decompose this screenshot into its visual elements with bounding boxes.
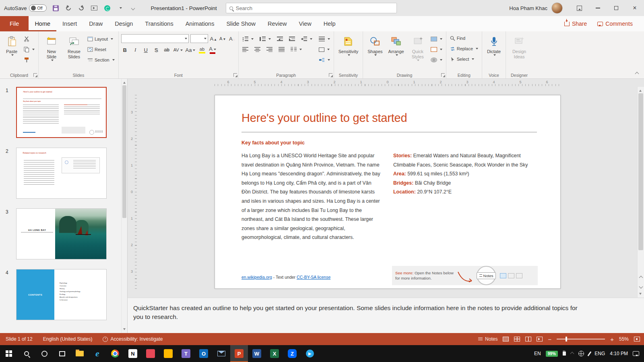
slide-subtitle[interactable]: Key facts about your topic bbox=[242, 140, 305, 146]
tab-help[interactable]: Help bbox=[318, 16, 342, 31]
strikethrough-button[interactable]: ab bbox=[163, 45, 171, 54]
word-button[interactable]: W bbox=[248, 345, 266, 362]
align-left-button[interactable] bbox=[241, 45, 250, 53]
font-size-combobox[interactable] bbox=[190, 34, 208, 43]
wikipedia-link[interactable]: en.wikipedia.org bbox=[242, 275, 272, 280]
fit-slide-to-window-button[interactable] bbox=[634, 337, 640, 341]
shrink-font-button[interactable]: A▼ bbox=[219, 34, 227, 43]
collapse-ribbon-button[interactable] bbox=[635, 72, 639, 76]
copy-button[interactable] bbox=[23, 45, 36, 53]
thumbnail-scrollbar[interactable] bbox=[121, 79, 127, 333]
power-plug-icon[interactable] bbox=[563, 352, 566, 356]
decrease-indent-button[interactable] bbox=[276, 35, 284, 43]
notification-center-icon[interactable] bbox=[633, 351, 639, 356]
clear-formatting-button[interactable]: A◌ bbox=[228, 34, 236, 43]
text-highlight-button[interactable]: ab bbox=[198, 45, 206, 54]
scroll-down-icon[interactable] bbox=[123, 328, 126, 331]
sensitivity-button[interactable]: Sensitivity bbox=[336, 33, 361, 58]
user-name[interactable]: Hoa Pham Khac bbox=[509, 5, 547, 11]
scrollbar-thumb[interactable] bbox=[122, 85, 126, 218]
new-slide-button[interactable]: New Slide bbox=[41, 33, 62, 63]
edge-button[interactable]: e bbox=[89, 345, 106, 362]
slide-thumbnail-2[interactable]: Related topics to research bbox=[16, 148, 107, 199]
mail-button[interactable] bbox=[213, 345, 230, 362]
numbering-button[interactable] bbox=[258, 35, 272, 43]
shapes-button[interactable]: Shapes bbox=[365, 33, 384, 58]
minimize-button[interactable] bbox=[588, 0, 607, 16]
replace-button[interactable]: Replace bbox=[449, 45, 479, 53]
paragraph-dialog-launcher[interactable] bbox=[329, 73, 332, 77]
select-button[interactable]: Select bbox=[449, 55, 479, 63]
italic-button[interactable]: I bbox=[132, 45, 139, 54]
scroll-down-icon[interactable] bbox=[639, 293, 642, 296]
clipboard-dialog-launcher[interactable] bbox=[33, 73, 37, 77]
scrollbar-thumb[interactable] bbox=[638, 93, 643, 250]
find-button[interactable]: Find bbox=[449, 34, 479, 42]
text-direction-button[interactable] bbox=[318, 35, 331, 43]
drawing-dialog-launcher[interactable] bbox=[441, 73, 445, 77]
search-box[interactable] bbox=[226, 3, 397, 13]
slide-sorter-view-button[interactable] bbox=[514, 337, 520, 341]
notes-pane[interactable]: QuickStarter has created an outline to h… bbox=[128, 298, 644, 333]
notes-text[interactable]: QuickStarter has created an outline to h… bbox=[133, 304, 588, 321]
file-explorer-button[interactable] bbox=[71, 345, 89, 362]
comments-button[interactable]: Comments bbox=[597, 21, 633, 27]
save-button[interactable] bbox=[52, 4, 60, 12]
bullets-button[interactable] bbox=[241, 35, 255, 43]
powerpoint-button[interactable]: P bbox=[230, 345, 248, 362]
zoom-slider[interactable] bbox=[557, 339, 605, 339]
reading-view-button[interactable] bbox=[525, 337, 531, 341]
tab-file[interactable]: File bbox=[0, 16, 29, 31]
normal-view-button[interactable] bbox=[503, 337, 509, 341]
reuse-slides-button[interactable]: Reuse Slides bbox=[64, 33, 85, 61]
change-case-button[interactable]: Aa bbox=[186, 45, 196, 54]
grow-font-button[interactable]: A▲ bbox=[210, 34, 217, 43]
ime-indicator[interactable]: EN bbox=[534, 351, 541, 356]
previous-slide-button[interactable] bbox=[638, 274, 643, 281]
paste-button[interactable]: Paste bbox=[2, 33, 21, 58]
tab-insert[interactable]: Insert bbox=[56, 16, 83, 31]
tab-design[interactable]: Design bbox=[109, 16, 139, 31]
slide-thumbnail-1[interactable]: Here's your outline to get started Key f… bbox=[16, 87, 107, 138]
search-input[interactable] bbox=[236, 5, 393, 11]
chrome-button[interactable] bbox=[106, 345, 124, 362]
avatar[interactable] bbox=[551, 2, 563, 14]
accessibility-checker[interactable]: Accessibility: Investigate bbox=[103, 336, 163, 342]
slide-counter[interactable]: Slide 1 of 12 bbox=[6, 336, 33, 342]
columns-button[interactable] bbox=[289, 45, 303, 53]
justify-button[interactable] bbox=[277, 45, 286, 53]
pink-app-button[interactable] bbox=[142, 345, 159, 362]
pen-icon[interactable] bbox=[587, 351, 591, 356]
scroll-up-icon[interactable] bbox=[639, 88, 642, 92]
grammarly-button[interactable] bbox=[103, 4, 111, 12]
layout-button[interactable]: Layout bbox=[86, 35, 116, 43]
slideshow-view-button[interactable] bbox=[537, 337, 543, 341]
cortana-button[interactable] bbox=[35, 345, 53, 362]
tab-slide-show[interactable]: Slide Show bbox=[220, 16, 262, 31]
next-slide-button[interactable] bbox=[638, 282, 643, 290]
quick-access-dropdown[interactable] bbox=[116, 4, 124, 12]
increase-indent-button[interactable] bbox=[288, 35, 296, 43]
clock[interactable]: 4:10 PM bbox=[610, 351, 628, 356]
design-ideas-button[interactable]: Design Ideas bbox=[508, 33, 530, 61]
underline-button[interactable]: U bbox=[142, 45, 150, 54]
outlook-button[interactable]: O bbox=[195, 345, 213, 362]
reset-button[interactable]: Reset bbox=[86, 45, 116, 53]
shape-effects-button[interactable] bbox=[429, 56, 444, 64]
ribbon-display-options-button[interactable] bbox=[570, 0, 588, 16]
autosave-toggle[interactable]: AutoSave Off bbox=[4, 4, 47, 12]
yellow-app-button[interactable] bbox=[159, 345, 177, 362]
autosave-pill[interactable]: Off bbox=[29, 4, 47, 12]
align-right-button[interactable] bbox=[265, 45, 274, 53]
shape-outline-button[interactable] bbox=[429, 45, 444, 53]
slide-facts[interactable]: Stories: Emerald Waters and Natural Beau… bbox=[393, 151, 530, 197]
language-indicator[interactable]: ENG bbox=[594, 351, 605, 356]
zalo-button[interactable]: Z bbox=[283, 345, 301, 362]
section-button[interactable]: Section bbox=[86, 56, 116, 64]
cut-button[interactable] bbox=[23, 35, 36, 43]
scroll-up-icon[interactable] bbox=[123, 80, 126, 84]
text-shadow-button[interactable]: S bbox=[153, 45, 160, 54]
customize-toolbar-button[interactable] bbox=[129, 4, 137, 12]
notes-toggle-button[interactable]: Notes bbox=[478, 336, 497, 342]
align-center-button[interactable] bbox=[253, 45, 262, 53]
